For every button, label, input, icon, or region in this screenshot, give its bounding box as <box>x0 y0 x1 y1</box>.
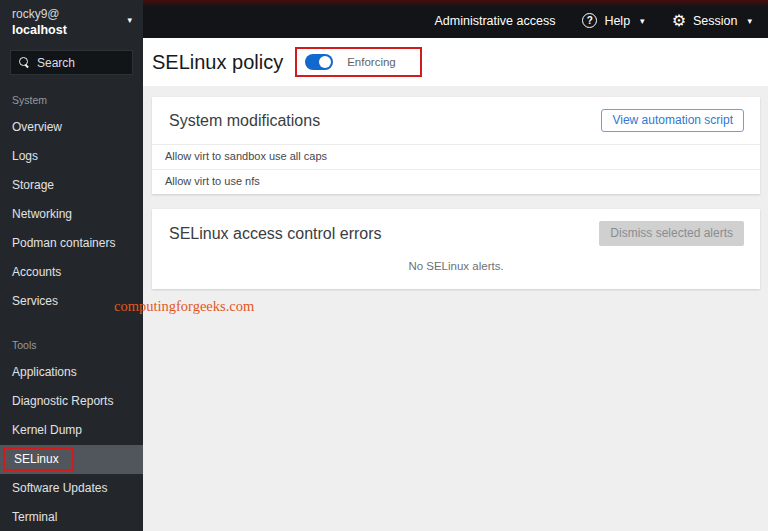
chevron-down-icon: ▾ <box>127 15 132 25</box>
sidebar-item-kernel-dump[interactable]: Kernel Dump <box>0 416 143 445</box>
gear-icon: ⚙ <box>672 14 686 28</box>
dismiss-selected-alerts-button: Dismiss selected alerts <box>599 221 744 246</box>
page-title: SELinux policy <box>152 51 283 74</box>
sidebar-item-selinux[interactable]: SELinux <box>0 445 143 474</box>
help-menu-label: Help <box>604 14 630 28</box>
search-icon <box>19 57 30 68</box>
help-icon: ? <box>582 13 597 28</box>
sidebar-item-applications[interactable]: Applications <box>0 358 143 387</box>
section-label-system: System <box>0 88 143 113</box>
sidebar-item-software-updates[interactable]: Software Updates <box>0 474 143 503</box>
view-automation-script-button[interactable]: View automation script <box>601 109 744 132</box>
help-menu[interactable]: ? Help ▾ <box>582 13 644 28</box>
host-switcher[interactable]: rocky9@ localhost ▾ <box>0 0 143 43</box>
sidebar-item-podman-containers[interactable]: Podman containers <box>0 229 143 258</box>
host-name: localhost <box>12 22 131 38</box>
sidebar-item-storage[interactable]: Storage <box>0 171 143 200</box>
empty-state-text: No SELinux alerts. <box>152 258 760 289</box>
page-header: SELinux policy Enforcing <box>143 38 768 86</box>
annotation-box-selinux: SELinux <box>3 447 74 471</box>
sidebar: rocky9@ localhost ▾ System Overview Logs… <box>0 0 143 531</box>
sidebar-item-label: SELinux <box>14 452 59 466</box>
host-user: rocky9@ <box>12 7 131 22</box>
card-title: System modifications <box>169 112 320 130</box>
section-label-tools: Tools <box>0 333 143 358</box>
toggle-knob <box>319 56 331 68</box>
session-menu[interactable]: ⚙ Session ▾ <box>672 14 752 28</box>
system-modifications-card: System modifications View automation scr… <box>152 97 760 194</box>
card-header: SELinux access control errors Dismiss se… <box>152 209 760 258</box>
access-control-errors-card: SELinux access control errors Dismiss se… <box>152 209 760 289</box>
masthead: Administrative access ? Help ▾ ⚙ Session… <box>143 0 768 38</box>
page-content: System modifications View automation scr… <box>143 86 768 531</box>
session-menu-label: Session <box>693 14 737 28</box>
card-title: SELinux access control errors <box>169 225 382 243</box>
toggle-state-label: Enforcing <box>347 56 396 68</box>
sidebar-item-terminal[interactable]: Terminal <box>0 503 143 531</box>
card-header: System modifications View automation scr… <box>152 97 760 144</box>
sidebar-item-services[interactable]: Services <box>0 287 143 316</box>
sidebar-item-networking[interactable]: Networking <box>0 200 143 229</box>
enforcing-toggle[interactable] <box>305 54 333 70</box>
sidebar-item-overview[interactable]: Overview <box>0 113 143 142</box>
list-item[interactable]: Allow virt to use nfs <box>152 169 760 194</box>
chevron-down-icon: ▾ <box>640 16 645 26</box>
modifications-list: Allow virt to sandbox use all caps Allow… <box>152 144 760 194</box>
sidebar-item-logs[interactable]: Logs <box>0 142 143 171</box>
sidebar-item-diagnostic-reports[interactable]: Diagnostic Reports <box>0 387 143 416</box>
annotation-box-toggle: Enforcing <box>295 47 422 77</box>
sidebar-item-accounts[interactable]: Accounts <box>0 258 143 287</box>
list-item[interactable]: Allow virt to sandbox use all caps <box>152 144 760 169</box>
administrative-access-button[interactable]: Administrative access <box>435 14 556 28</box>
search-input[interactable] <box>37 56 124 70</box>
chevron-down-icon: ▾ <box>747 16 752 26</box>
search-box[interactable] <box>10 50 133 75</box>
app-root: rocky9@ localhost ▾ System Overview Logs… <box>0 0 768 531</box>
